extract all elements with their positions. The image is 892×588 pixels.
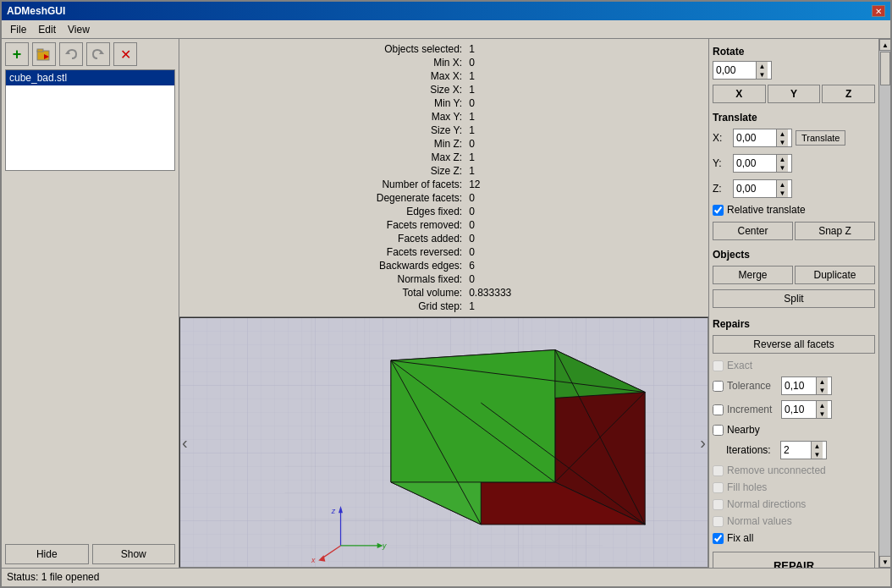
right-panel: Rotate ▲ ▼ X Y Z Tr	[708, 39, 878, 568]
max-y-value: 1	[469, 110, 702, 124]
translate-y-input[interactable]	[734, 155, 776, 172]
merge-duplicate-buttons: Merge Duplicate	[713, 266, 875, 284]
menu-edit[interactable]: Edit	[33, 22, 61, 37]
translate-y-down[interactable]: ▼	[776, 163, 788, 172]
svg-marker-27	[339, 506, 343, 513]
iterations-down[interactable]: ▼	[811, 450, 823, 459]
center-snapz-buttons: Center Snap Z	[713, 222, 875, 240]
hide-show-controls: Hide Show	[5, 544, 175, 564]
nearby-checkbox[interactable]	[713, 425, 724, 436]
objects-section-title: Objects	[713, 249, 875, 261]
file-item[interactable]: cube_bad.stl	[6, 70, 174, 85]
tolerance-spinbox: ▲ ▼	[781, 376, 832, 395]
repair-button[interactable]: REPAIR	[713, 552, 875, 568]
translate-x-arrows: ▲ ▼	[776, 129, 788, 146]
increment-down[interactable]: ▼	[816, 409, 828, 418]
tolerance-up[interactable]: ▲	[816, 377, 828, 386]
normal-values-checkbox[interactable]	[713, 516, 724, 527]
menu-file[interactable]: File	[5, 22, 31, 37]
merge-button[interactable]: Merge	[713, 266, 793, 284]
remove-unconnected-checkbox[interactable]	[713, 465, 724, 476]
tolerance-row: Tolerance ▲ ▼	[713, 376, 875, 395]
increment-up[interactable]: ▲	[816, 401, 828, 409]
scroll-up-button[interactable]: ▲	[879, 39, 890, 51]
center-button[interactable]: Center	[713, 222, 793, 240]
normal-values-label: Normal values	[727, 515, 792, 527]
duplicate-button[interactable]: Duplicate	[795, 266, 875, 284]
normal-directions-checkbox[interactable]	[713, 499, 724, 510]
y-axis-button[interactable]: Y	[768, 85, 821, 103]
translate-z-arrows: ▲ ▼	[776, 180, 788, 197]
increment-spinbox: ▲ ▼	[781, 400, 832, 419]
repairs-section-title: Repairs	[713, 318, 875, 330]
translate-x-label: X:	[713, 132, 730, 144]
increment-input[interactable]	[782, 401, 816, 418]
redo-button[interactable]	[86, 42, 110, 66]
translate-x-down[interactable]: ▼	[776, 138, 788, 146]
translate-y-row: Y: ▲ ▼	[713, 154, 875, 173]
svg-text:x: x	[311, 556, 316, 564]
normal-directions-row: Normal directions	[713, 498, 875, 510]
file-list: cube_bad.stl	[5, 69, 175, 171]
scroll-down-button[interactable]: ▼	[879, 556, 890, 568]
size-z-value: 1	[469, 164, 702, 178]
translate-y-up[interactable]: ▲	[776, 155, 788, 163]
x-axis-button[interactable]: X	[713, 85, 766, 103]
delete-button[interactable]: ✕	[113, 42, 137, 66]
translate-button[interactable]: Translate	[796, 130, 845, 146]
show-button[interactable]: Show	[92, 544, 176, 564]
fill-holes-checkbox[interactable]	[713, 482, 724, 493]
z-axis-button[interactable]: Z	[822, 85, 875, 103]
svg-text:y: y	[382, 541, 387, 550]
iterations-arrows: ▲ ▼	[811, 442, 823, 459]
rotate-spin-down[interactable]: ▼	[756, 70, 768, 79]
remove-unconnected-row: Remove unconnected	[713, 464, 875, 476]
nearby-label: Nearby	[727, 424, 760, 436]
translate-z-up[interactable]: ▲	[776, 180, 788, 189]
translate-x-up[interactable]: ▲	[776, 129, 788, 138]
nav-right-arrow[interactable]: ›	[700, 433, 706, 453]
translate-x-input[interactable]	[734, 129, 776, 146]
rotate-spin-up[interactable]: ▲	[756, 62, 768, 70]
max-x-label: Max X:	[186, 69, 462, 83]
size-z-label: Size Z:	[186, 164, 462, 178]
translate-z-spinbox: ▲ ▼	[733, 179, 792, 198]
rotate-spinbox: ▲ ▼	[713, 61, 772, 80]
scroll-track[interactable]	[879, 51, 890, 556]
add-button[interactable]: +	[5, 42, 29, 66]
translate-z-down[interactable]: ▼	[776, 189, 788, 197]
iterations-input[interactable]	[781, 442, 811, 459]
num-facets-label: Number of facets:	[186, 178, 462, 191]
left-panel: +	[2, 39, 179, 568]
viewport[interactable]: z x y ‹ ›	[179, 317, 708, 568]
exact-checkbox[interactable]	[713, 360, 724, 371]
scroll-thumb[interactable]	[880, 52, 890, 85]
open-button[interactable]	[32, 42, 56, 66]
main-window: ADMeshGUI ✕ File Edit View +	[0, 0, 892, 588]
undo-button[interactable]	[59, 42, 83, 66]
translate-z-input[interactable]	[734, 180, 776, 197]
relative-translate-checkbox[interactable]	[713, 205, 724, 216]
hide-button[interactable]: Hide	[5, 544, 89, 564]
normals-fixed-label: Normals fixed:	[186, 272, 462, 286]
tolerance-input[interactable]	[782, 377, 816, 394]
snap-z-button[interactable]: Snap Z	[795, 222, 875, 240]
tolerance-checkbox[interactable]	[713, 381, 724, 392]
facets-removed-label: Facets removed:	[186, 218, 462, 232]
increment-checkbox[interactable]	[713, 404, 724, 415]
info-panel: Objects selected: 1 Min X: 0 Max X: 1 Si…	[179, 39, 708, 317]
reverse-all-facets-button[interactable]: Reverse all facets	[713, 335, 875, 354]
close-button[interactable]: ✕	[872, 5, 885, 17]
tolerance-down[interactable]: ▼	[816, 386, 828, 394]
fix-all-checkbox[interactable]	[713, 533, 724, 544]
normal-directions-label: Normal directions	[727, 498, 806, 510]
grid-step-label: Grid step:	[186, 299, 462, 313]
menu-view[interactable]: View	[63, 22, 95, 37]
split-button[interactable]: Split	[713, 289, 875, 308]
svg-marker-19	[391, 350, 555, 482]
edges-fixed-value: 0	[469, 205, 702, 218]
rotate-input[interactable]	[713, 62, 756, 79]
size-y-label: Size Y:	[186, 124, 462, 137]
iterations-up[interactable]: ▲	[811, 442, 823, 450]
nav-left-arrow[interactable]: ‹	[182, 433, 188, 453]
